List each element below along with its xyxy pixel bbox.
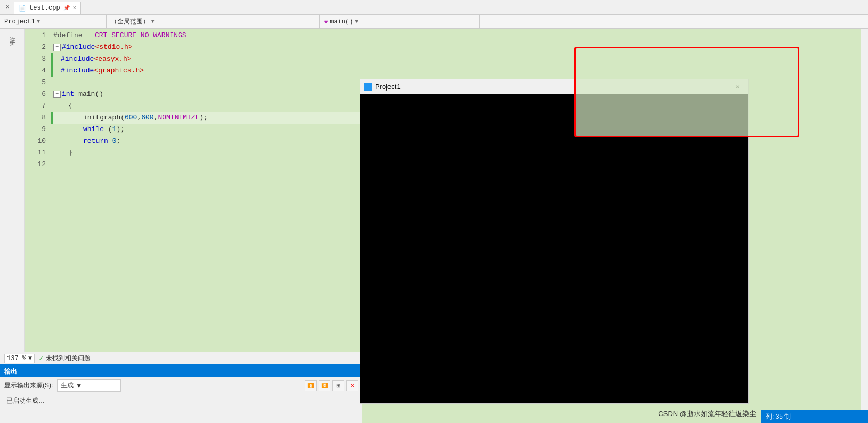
- code-line-9: while ( 1 );: [51, 124, 362, 135]
- code-line-8: initgraph( 600 , 600 , NOMINIMIZE );: [51, 112, 362, 124]
- project-dropdown-arrow: ▼: [37, 19, 40, 25]
- collapse-icon-6[interactable]: −: [53, 91, 61, 98]
- output-btn-2[interactable]: ⏬: [319, 380, 330, 391]
- output-btn-1[interactable]: ⏫: [305, 380, 317, 391]
- output-source-dropdown[interactable]: 生成 ▼: [57, 379, 121, 392]
- function-dropdown-label: main(): [330, 18, 353, 26]
- output-toolbar: ⏫ ⏬ ⊞ ✕: [305, 380, 358, 391]
- file-icon: 📄: [19, 5, 26, 12]
- code-content[interactable]: #define _CRT_SECURE_NO_WARNINGS − #inclu…: [51, 29, 362, 364]
- sidebar-fold-btn[interactable]: 折: [6, 34, 18, 36]
- project-window-titlebar: Project1 ×: [360, 79, 748, 94]
- zoom-value: 137 %: [7, 355, 26, 362]
- function-dropdown-arrow: ▼: [355, 19, 358, 25]
- output-text: 已启动生成…: [0, 394, 362, 408]
- code-line-5: [51, 77, 362, 88]
- code-line-7: {: [51, 100, 362, 112]
- code-line-2: − #include <stdio.h>: [51, 42, 362, 53]
- output-source-label: 显示输出来源(S):: [4, 381, 53, 390]
- tab-bar: × 📄 test.cpp 📌 ×: [0, 0, 868, 15]
- scope-dropdown-label: （全局范围）: [111, 17, 149, 26]
- scope-dropdown[interactable]: （全局范围） ▼: [107, 15, 320, 28]
- project-window-icon: [364, 83, 372, 91]
- toolbar-row: Project1 ▼ （全局范围） ▼ ⊕ main() ▼: [0, 15, 868, 29]
- function-icon: ⊕: [324, 18, 328, 26]
- zoom-control[interactable]: 137 % ▼: [4, 354, 35, 363]
- code-line-4: #include <graphics.h>: [51, 65, 362, 77]
- editor-area[interactable]: 1 2 3 4 5 6 7 8 9 10 11 12 #define _CRT_…: [25, 29, 362, 364]
- code-line-3: #include <easyx.h>: [51, 53, 362, 65]
- project-window-body: [360, 94, 748, 403]
- tab-close-button[interactable]: ×: [73, 5, 77, 11]
- project-dropdown-label: Project1: [4, 18, 35, 26]
- watermark: CSDN @逝水如流年轻往返染尘: [658, 409, 756, 419]
- status-text: 未找到相关问题: [46, 354, 91, 363]
- output-header: 输出: [0, 365, 362, 377]
- right-status-bar: 列: 35 制: [761, 410, 868, 423]
- close-all-tabs-button[interactable]: ×: [2, 2, 13, 13]
- project-dropdown[interactable]: Project1 ▼: [0, 15, 107, 28]
- ok-icon: ✓: [39, 354, 43, 363]
- output-btn-cancel[interactable]: ✕: [346, 380, 358, 391]
- status-bar: 137 % ▼ ✓ 未找到相关问题: [0, 352, 362, 364]
- tab-test-cpp[interactable]: 📄 test.cpp 📌 ×: [14, 2, 81, 14]
- right-scrollbar[interactable]: [861, 29, 868, 410]
- project-window-title: Project1: [375, 83, 401, 91]
- collapse-icon-2[interactable]: −: [53, 44, 61, 51]
- col-info: 列: 35 制: [766, 412, 791, 421]
- scope-dropdown-arrow: ▼: [151, 19, 154, 25]
- zoom-dropdown[interactable]: 137 % ▼: [4, 354, 35, 363]
- sidebar-comment-btn[interactable]: 注: [6, 31, 18, 33]
- tab-label: test.cpp: [29, 4, 60, 12]
- pin-icon: 📌: [63, 5, 70, 11]
- zoom-arrow: ▼: [28, 355, 32, 362]
- code-line-12: [51, 159, 362, 170]
- project-window: Project1 ×: [360, 79, 749, 404]
- output-btn-3[interactable]: ⊞: [332, 380, 344, 391]
- code-line-10: return 0 ;: [51, 135, 362, 147]
- output-panel: 输出 显示输出来源(S): 生成 ▼ ⏫ ⏬ ⊞ ✕ 已启动生成…: [0, 364, 362, 423]
- output-header-label: 输出: [4, 367, 17, 376]
- output-source-value: 生成: [61, 381, 74, 390]
- code-line-6: − int main(): [51, 88, 362, 100]
- line-numbers: 1 2 3 4 5 6 7 8 9 10 11 12: [25, 29, 51, 170]
- status-ok-indicator: ✓ 未找到相关问题: [39, 354, 90, 363]
- output-source-row: 显示输出来源(S): 生成 ▼ ⏫ ⏬ ⊞ ✕: [0, 377, 362, 394]
- code-line-11: }: [51, 147, 362, 159]
- function-dropdown[interactable]: ⊕ main() ▼: [320, 15, 480, 28]
- code-line-1: #define _CRT_SECURE_NO_WARNINGS: [51, 30, 362, 42]
- left-sidebar: 注 折: [0, 29, 25, 364]
- output-source-arrow: ▼: [76, 382, 82, 389]
- project-window-close-button[interactable]: ×: [731, 80, 744, 93]
